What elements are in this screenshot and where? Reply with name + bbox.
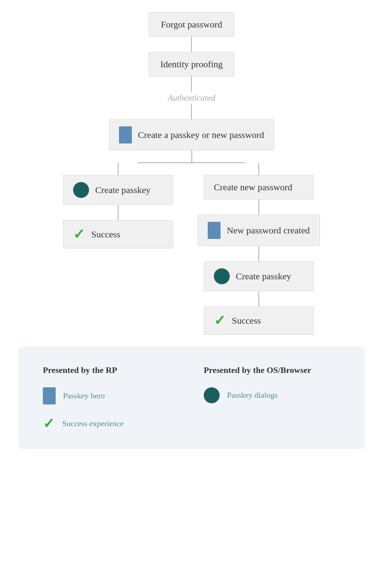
checkmark-icon-right: ✓: [214, 314, 226, 328]
right-success-label: Success: [232, 315, 261, 326]
legend-browser-label-1: Passkey dialogs: [227, 391, 277, 400]
right-connector-4: [258, 291, 259, 307]
connector-2: [191, 76, 192, 92]
legend-browser-item-1: Passkey dialogs: [204, 387, 340, 403]
circle-icon-right-1: [214, 268, 230, 284]
legend-check-icon: ✓: [43, 417, 55, 431]
connector-3: [191, 104, 192, 119]
left-connector-2: [118, 205, 118, 220]
right-create-passkey-label: Create passkey: [236, 271, 291, 281]
two-columns-branch: Create passkey ✓ Success Create new pass…: [0, 163, 383, 335]
identity-proofing-box: Identity proofing: [149, 52, 234, 76]
left-create-passkey-label: Create passkey: [95, 185, 151, 195]
right-branch-column: Create new password New password created…: [198, 163, 320, 335]
legend-section: Presented by the RP Passkey hero ✓ Succe…: [18, 347, 365, 449]
checkmark-icon-left: ✓: [73, 227, 85, 241]
left-branch-column: Create passkey ✓ Success: [63, 163, 173, 335]
h-split-connector: [84, 151, 299, 163]
legend-rect-icon: [43, 387, 56, 404]
right-new-password-created-label: New password created: [227, 225, 310, 236]
right-connector-3: [258, 246, 259, 261]
left-success-box: ✓ Success: [63, 220, 173, 248]
identity-proofing-label: Identity proofing: [160, 59, 223, 69]
legend-rp-label-1: Passkey hero: [63, 391, 105, 400]
left-create-passkey-box: Create passkey: [63, 175, 173, 205]
diagram-container: Forgot password Identity proofing Authen…: [0, 0, 383, 480]
right-create-new-password-label: Create new password: [214, 182, 292, 192]
forgot-password-box: Forgot password: [149, 12, 234, 37]
circle-icon-left-1: [73, 182, 89, 198]
right-create-passkey-box: Create passkey: [204, 261, 314, 291]
right-branch-connector-top: [258, 163, 259, 175]
legend-rp-title: Presented by the RP: [43, 365, 179, 375]
left-branch-connector-top: [118, 163, 118, 175]
forgot-password-label: Forgot password: [161, 19, 222, 29]
connector-1: [191, 37, 192, 52]
create-passkey-or-password-box: Create a passkey or new password: [109, 119, 274, 151]
create-passkey-or-password-label: Create a passkey or new password: [138, 130, 264, 140]
right-new-password-created-box: New password created: [198, 215, 320, 246]
right-create-new-password-box: Create new password: [204, 175, 314, 199]
legend-rp-item-2: ✓ Success experience: [43, 417, 179, 431]
rect-icon-1: [119, 126, 132, 143]
legend-rp-label-2: Success experience: [62, 419, 124, 428]
right-success-box: ✓ Success: [204, 307, 314, 335]
legend-browser-column: Presented by the OS/Browser Passkey dial…: [204, 365, 340, 431]
legend-rp-column: Presented by the RP Passkey hero ✓ Succe…: [43, 365, 179, 431]
left-success-label: Success: [91, 229, 120, 240]
legend-browser-title: Presented by the OS/Browser: [204, 365, 340, 375]
legend-rp-item-1: Passkey hero: [43, 387, 179, 404]
right-connector-2: [258, 199, 259, 215]
rect-icon-right-1: [208, 222, 221, 239]
legend-circle-icon: [204, 387, 220, 403]
authenticated-label: Authenticated: [168, 93, 215, 103]
